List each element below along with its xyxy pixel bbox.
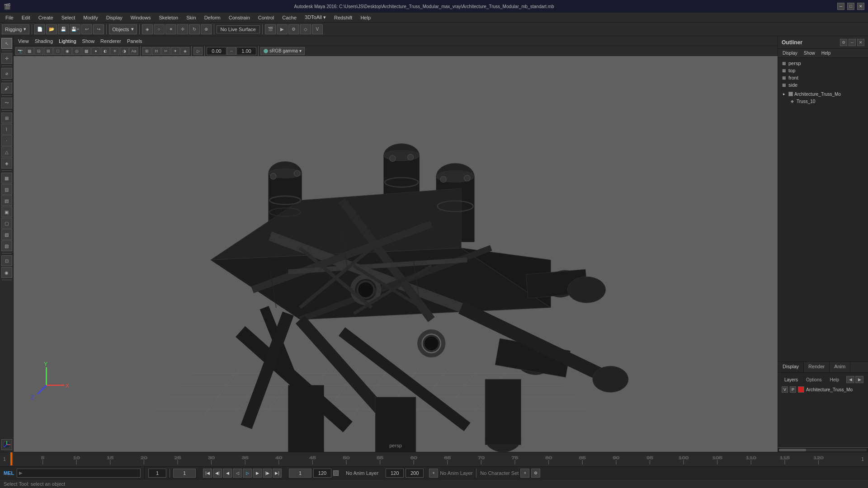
render-region-button[interactable]: ⊡ — [1, 255, 12, 266]
outliner-item-persp[interactable]: ▩ persp — [780, 60, 866, 67]
scale-tool-button[interactable]: ⊕ — [201, 24, 212, 34]
far-clip-field[interactable]: 1.00 — [236, 47, 256, 55]
texture-button[interactable]: ▩ — [82, 47, 91, 55]
filmgate-button[interactable]: ▦ — [25, 47, 34, 55]
objects-dropdown[interactable]: Objects ▾ — [109, 24, 137, 34]
hud-button[interactable]: H — [152, 47, 161, 55]
frame-start-display[interactable]: 1 — [173, 469, 196, 478]
display-1-button[interactable]: ▦ — [1, 173, 12, 183]
tab-render[interactable]: Render — [804, 362, 830, 372]
snap-surface-button[interactable]: △ — [1, 146, 12, 157]
frame-end-input[interactable]: 120 — [313, 469, 331, 478]
maximize-button[interactable]: □ — [847, 3, 854, 10]
view-menu-shading[interactable]: Shading — [32, 38, 56, 45]
redo-button[interactable]: ↪ — [93, 24, 104, 34]
outliner-menu-help[interactable]: Help — [819, 50, 834, 56]
layer-color-swatch[interactable] — [798, 386, 804, 393]
axis-widget-button[interactable] — [1, 439, 12, 450]
frame-box-display[interactable]: 1 — [289, 469, 311, 478]
wireframe-button[interactable]: □ — [53, 47, 62, 55]
lights-button[interactable]: ☀ — [110, 47, 119, 55]
layer-property-button[interactable]: P — [790, 386, 796, 393]
menu-cache[interactable]: Cache — [278, 14, 300, 21]
save-file-button[interactable]: 💾 — [58, 24, 69, 34]
render-button[interactable]: 🎬 — [265, 24, 276, 34]
outliner-item-top[interactable]: ▩ top — [780, 67, 866, 74]
outliner-minimize-button[interactable]: ─ — [849, 39, 856, 46]
tab-anim[interactable]: Anim — [830, 362, 850, 372]
brush-button[interactable]: 🖌 — [1, 83, 12, 94]
ipr-button[interactable]: ▶ — [277, 24, 288, 34]
horizontal-scrollbar[interactable] — [778, 447, 868, 452]
next-frame-button[interactable]: |▶ — [263, 469, 272, 478]
menu-skin[interactable]: Skin — [183, 14, 199, 21]
menu-deform[interactable]: Deform — [201, 14, 224, 21]
move-tool-button[interactable]: ✛ — [177, 24, 188, 34]
x-ray-button[interactable]: ◎ — [72, 47, 81, 55]
prev-frame-button[interactable]: ◀| — [213, 469, 222, 478]
view-menu-renderer[interactable]: Renderer — [98, 38, 124, 45]
render-settings-button[interactable]: ⚙ — [288, 24, 299, 34]
view-menu-lighting[interactable]: Lighting — [56, 38, 79, 45]
lasso-tool-button[interactable]: ○ — [154, 24, 165, 34]
paint-tool-button[interactable]: ✦ — [165, 24, 176, 34]
mode-dropdown[interactable]: Rigging ▾ — [2, 24, 29, 34]
color-profile-dropdown[interactable]: sRGB gamma ▾ — [260, 47, 305, 55]
outliner-menu-display[interactable]: Display — [780, 50, 800, 56]
anim-layer-button[interactable]: + — [429, 469, 438, 478]
subtab-options[interactable]: Options — [802, 376, 825, 383]
snap-point-button[interactable]: · — [1, 135, 12, 146]
save-as-button[interactable]: 💾+ — [70, 24, 80, 34]
menu-windows[interactable]: Windows — [127, 14, 155, 21]
close-button[interactable]: ✕ — [857, 3, 864, 10]
snap-grid-button[interactable]: ⊞ — [1, 113, 12, 123]
aa-button[interactable]: Aa — [129, 47, 138, 55]
display-2-button[interactable]: ▥ — [1, 184, 12, 195]
prev-key-button[interactable]: ◀ — [223, 469, 232, 478]
outliner-close-button[interactable]: ✕ — [857, 39, 864, 46]
menu-skeleton[interactable]: Skeleton — [155, 14, 182, 21]
undo-button[interactable]: ↩ — [81, 24, 92, 34]
subtab-layers[interactable]: Layers — [781, 376, 802, 383]
view-menu-panels[interactable]: Panels — [124, 38, 145, 45]
snap-live-button[interactable]: ◈ — [1, 158, 12, 169]
outliner-settings-button[interactable]: ⚙ — [840, 39, 847, 46]
isolate-button[interactable]: ◈ — [180, 47, 189, 55]
char-set-button2[interactable]: ⚙ — [531, 469, 540, 478]
menu-display[interactable]: Display — [103, 14, 126, 21]
menu-edit[interactable]: Edit — [18, 14, 34, 21]
near-clip-field[interactable]: 0.00 — [207, 47, 226, 55]
menu-help[interactable]: Help — [357, 14, 374, 21]
3d-viewport[interactable]: X Y Z persp — [14, 56, 778, 452]
outliner-item-truss[interactable]: ◆ Truss_10 — [780, 98, 866, 105]
mel-input[interactable]: ▶ — [17, 469, 141, 478]
lasso-button[interactable]: ⌀ — [1, 68, 12, 79]
layer-back-button[interactable]: ◀ — [846, 376, 854, 383]
skip-to-start-button[interactable]: |◀ — [203, 469, 212, 478]
timeline-track[interactable]: 5 10 15 20 25 30 35 40 45 50 55 60 65 70… — [9, 452, 859, 466]
camera-button[interactable]: 📷 — [15, 47, 24, 55]
layer-forward-button[interactable]: ▶ — [855, 376, 863, 383]
select-mode-button[interactable]: ↖ — [1, 38, 12, 49]
display-7-button[interactable]: ▨ — [1, 240, 12, 251]
outliner-item-side[interactable]: ▩ side — [780, 81, 866, 89]
menu-constrain[interactable]: Constrain — [225, 14, 254, 21]
shading-button[interactable]: ● — [91, 47, 100, 55]
scroll-thumb[interactable] — [779, 449, 806, 451]
menu-control[interactable]: Control — [255, 14, 278, 21]
open-file-button[interactable]: 📂 — [46, 24, 57, 34]
vr-button[interactable]: ◉ — [1, 267, 12, 278]
minimize-button[interactable]: ─ — [837, 3, 844, 10]
move-object-button[interactable]: ✛ — [1, 53, 12, 64]
field-chart-button[interactable]: ⊞ — [44, 47, 53, 55]
menu-modify[interactable]: Modify — [80, 14, 101, 21]
rotate-tool-button[interactable]: ↻ — [189, 24, 200, 34]
grid-button[interactable]: ⊞ — [142, 47, 151, 55]
display-5-button[interactable]: ▢ — [1, 218, 12, 229]
select-tool-button[interactable]: ◈ — [142, 24, 153, 34]
menu-3dtoall[interactable]: 3DToAll ▾ — [301, 14, 330, 21]
curve-button[interactable]: 〜 — [1, 98, 12, 108]
outliner-item-front[interactable]: ▩ front — [780, 74, 866, 81]
view-menu-view[interactable]: View — [15, 38, 32, 45]
new-file-button[interactable]: 📄 — [34, 24, 45, 34]
